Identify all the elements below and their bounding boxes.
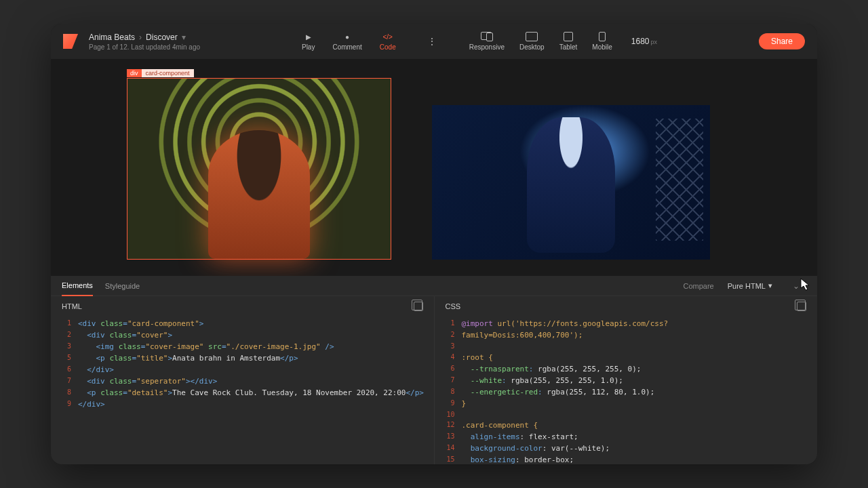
copy-css-button[interactable] bbox=[797, 302, 806, 311]
selection-name: card-component bbox=[142, 69, 194, 77]
html-pane: HTML 1<div class="card-component">2 <div… bbox=[51, 296, 434, 464]
project-name[interactable]: Anima Beats bbox=[89, 33, 135, 42]
html-code-body[interactable]: 1<div class="card-component">2 <div clas… bbox=[51, 317, 434, 464]
code-tab-bar: Elements Styleguide Compare Pure HTML ▾ … bbox=[51, 276, 817, 296]
page-meta: Page 1 of 12. Last updated 4min ago bbox=[89, 43, 200, 51]
desktop-icon bbox=[526, 32, 538, 41]
device-tablet[interactable]: Tablet bbox=[559, 32, 578, 51]
app-window: Anima Beats › Discover ▾ Page 1 of 12. L… bbox=[51, 24, 817, 464]
comment-button[interactable]: ● Comment bbox=[332, 32, 361, 51]
anima-logo-icon bbox=[63, 34, 78, 49]
viewport-width[interactable]: 1680px bbox=[631, 37, 657, 46]
css-code-body[interactable]: 1@import url('https://fonts.googleapis.c… bbox=[435, 317, 818, 464]
mode-tools: ▶ Play ● Comment </> Code bbox=[302, 32, 396, 51]
card-component-b[interactable] bbox=[432, 105, 710, 260]
selection-badge: div card-component bbox=[127, 69, 194, 77]
code-label: Code bbox=[380, 43, 396, 51]
collapse-panel-button[interactable]: ⌄ bbox=[786, 281, 806, 291]
device-mobile[interactable]: Mobile bbox=[592, 32, 612, 51]
play-label: Play bbox=[302, 43, 315, 51]
play-button[interactable]: ▶ Play bbox=[302, 32, 315, 51]
design-canvas[interactable]: div card-component bbox=[51, 59, 817, 276]
performer-figure-b bbox=[527, 117, 615, 253]
css-pane: CSS 1@import url('https://fonts.googleap… bbox=[434, 296, 818, 464]
copy-html-button[interactable] bbox=[414, 302, 423, 311]
css-pane-title: CSS bbox=[446, 302, 461, 310]
top-bar: Anima Beats › Discover ▾ Page 1 of 12. L… bbox=[51, 24, 817, 59]
page-name[interactable]: Discover bbox=[146, 33, 178, 42]
device-selector: Responsive Desktop Tablet Mobile bbox=[469, 32, 612, 51]
responsive-icon bbox=[481, 32, 493, 41]
tablet-icon bbox=[564, 32, 573, 41]
code-button[interactable]: </> Code bbox=[380, 32, 396, 51]
width-value: 1680 bbox=[631, 37, 650, 46]
caret-down-icon: ▾ bbox=[768, 281, 772, 290]
cover-image-a bbox=[127, 79, 391, 259]
device-responsive[interactable]: Responsive bbox=[469, 32, 505, 51]
tab-elements[interactable]: Elements bbox=[62, 276, 93, 296]
device-desktop[interactable]: Desktop bbox=[519, 32, 545, 51]
play-icon: ▶ bbox=[304, 32, 313, 41]
device-label: Responsive bbox=[469, 43, 505, 51]
html-pane-title: HTML bbox=[62, 302, 82, 310]
selected-card-component[interactable]: div card-component bbox=[127, 78, 391, 260]
device-label: Mobile bbox=[592, 43, 612, 51]
width-unit: px bbox=[651, 39, 658, 45]
comment-label: Comment bbox=[332, 43, 361, 51]
comment-icon: ● bbox=[342, 32, 352, 41]
caret-down-icon[interactable]: ▾ bbox=[182, 33, 186, 42]
chevron-right-icon: › bbox=[139, 33, 142, 42]
code-split: HTML 1<div class="card-component">2 <div… bbox=[51, 296, 817, 464]
kebab-menu-icon[interactable]: ⋮ bbox=[427, 36, 437, 47]
stage-truss bbox=[656, 119, 703, 241]
device-label: Tablet bbox=[559, 43, 578, 51]
framework-select[interactable]: Pure HTML ▾ bbox=[728, 281, 772, 290]
device-label: Desktop bbox=[519, 43, 545, 51]
code-icon: </> bbox=[383, 32, 393, 41]
share-button[interactable]: Share bbox=[759, 33, 805, 49]
mobile-icon bbox=[599, 32, 606, 41]
breadcrumb: Anima Beats › Discover ▾ Page 1 of 12. L… bbox=[89, 33, 200, 51]
performer-figure bbox=[208, 130, 310, 259]
tab-styleguide[interactable]: Styleguide bbox=[105, 277, 140, 296]
compare-link[interactable]: Compare bbox=[684, 282, 714, 290]
framework-label: Pure HTML bbox=[728, 282, 766, 290]
selection-tag: div bbox=[127, 69, 142, 77]
code-panel: Elements Styleguide Compare Pure HTML ▾ … bbox=[51, 276, 817, 464]
